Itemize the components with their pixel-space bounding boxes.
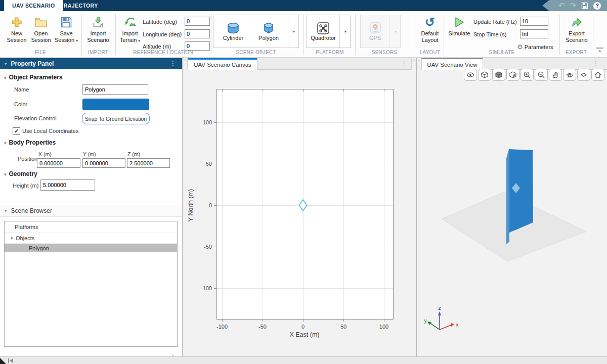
object-parameters-title: Object Parameters — [9, 74, 63, 81]
height-input[interactable] — [40, 179, 95, 191]
section-object-parameters[interactable]: ▾Object Parameters — [4, 74, 63, 81]
open-session-button[interactable]: Open Session — [29, 15, 53, 43]
new-session-label: New Session — [5, 30, 28, 43]
save-session-button[interactable]: Save Session ▾ — [53, 15, 80, 43]
group-label-export: EXPORT — [560, 50, 592, 55]
open-session-icon — [34, 15, 48, 29]
simulate-button[interactable]: Simulate — [447, 15, 471, 37]
chevron-down-icon: ▾ — [4, 75, 7, 80]
skip-to-start-icon[interactable] — [7, 358, 14, 363]
default-layout-label: Default Layout — [418, 30, 442, 43]
body-properties-title: Body Properties — [9, 139, 56, 146]
group-label-simulate: SIMULATE — [445, 50, 558, 55]
tree-item-platforms[interactable]: Platforms — [5, 221, 177, 233]
new-session-icon — [11, 15, 23, 29]
chevron-down-icon[interactable]: ▾ — [11, 236, 13, 241]
position-x-label: X (m) — [38, 151, 52, 157]
collapse-chevron-icon[interactable]: ▾ — [5, 61, 7, 66]
name-input[interactable] — [82, 84, 148, 95]
quadrotor-icon — [317, 22, 330, 35]
dropdown-arrow-icon: ▾ — [76, 38, 78, 43]
scene-browser-tree: Platforms ▾ Objects Polygon — [4, 221, 178, 347]
scene-object-gallery-dropdown[interactable]: ▾ — [288, 15, 299, 48]
canvas-panel: ≡ ≡ UAV Scenario Canvas ⋮ — [183, 58, 416, 356]
y-tick-labels: 100 50 0 -50 -100 — [201, 119, 212, 291]
scene-browser-header[interactable]: ▾ Scene Browser ⋮ — [0, 205, 182, 217]
cylinder-icon — [226, 22, 241, 35]
axis-z-label: z — [438, 305, 441, 311]
snap-to-ground-elevation-button[interactable]: Snap To Ground Elevation — [82, 113, 150, 124]
tab-trajectory-label: TRAJECTORY — [60, 3, 98, 9]
uav-scenario-designer-app: UAV SCENARIO TRAJECTORY ↶ ↷ ? New Sessio… — [0, 0, 607, 364]
tab-uav-scenario-canvas[interactable]: UAV Scenario Canvas — [188, 58, 257, 70]
export-scenario-icon — [570, 15, 583, 29]
scenario-3d-view[interactable]: z y x — [417, 70, 607, 356]
stop-time-input[interactable] — [520, 29, 548, 38]
scenario-canvas-plot[interactable]: -100 -50 0 50 100 100 50 0 -50 -100 X Ea… — [183, 70, 416, 356]
position-x-input[interactable] — [37, 158, 80, 168]
elevation-control-label: Elevation Control — [14, 115, 57, 121]
property-panel-header[interactable]: ▾ Property Panel ⋮ — [0, 58, 182, 69]
import-terrain-icon — [123, 15, 137, 29]
help-icon[interactable]: ? — [593, 2, 601, 10]
position-y-input[interactable] — [82, 158, 125, 168]
update-rate-input[interactable] — [520, 17, 548, 26]
group-divider — [304, 14, 304, 55]
axis-y-label: y — [424, 317, 427, 324]
svg-text:-50: -50 — [258, 324, 267, 330]
group-divider — [355, 14, 356, 55]
dropdown-arrow-icon: ▾ — [344, 29, 346, 34]
cylinder-label: Cylinder — [223, 35, 243, 41]
svg-text:50: 50 — [340, 324, 346, 330]
position-z-input[interactable] — [127, 158, 170, 168]
gps-label: GPS — [369, 35, 381, 41]
view3d-panel: ≡ UAV Scenario View ⋮ — [417, 58, 607, 356]
cylinder-button[interactable]: Cylinder — [216, 17, 250, 46]
polygon-button[interactable]: Polygon — [252, 17, 285, 46]
platform-gallery-dropdown[interactable]: ▾ — [339, 15, 351, 48]
tab-trajectory[interactable]: TRAJECTORY — [52, 0, 106, 11]
section-body-properties[interactable]: ▾Body Properties — [4, 139, 56, 146]
svg-text:50: 50 — [206, 161, 212, 167]
height-label: Height (m) — [13, 183, 38, 189]
gps-button-disabled[interactable]: GPS — [361, 17, 389, 46]
latitude-input[interactable] — [185, 17, 210, 26]
group-divider — [415, 14, 415, 55]
snap-to-ground-elevation-label: Snap To Ground Elevation — [85, 116, 147, 122]
collapse-chevron-icon[interactable]: ▾ — [5, 208, 7, 213]
tab-uav-scenario-view[interactable]: UAV Scenario View — [421, 58, 483, 70]
panel-menu-icon[interactable]: ⋮ — [170, 60, 176, 67]
quadrotor-button[interactable]: Quadrotor — [308, 17, 339, 46]
undo-icon[interactable]: ↶ — [558, 2, 565, 9]
collapse-ribbon-button[interactable]: ▲ — [596, 48, 603, 53]
section-geometry[interactable]: ▾Geometry — [4, 170, 37, 177]
import-scenario-button[interactable]: Import Scenario — [85, 15, 111, 43]
export-scenario-button[interactable]: Export Scenario — [562, 15, 591, 43]
axis-triad: z y x — [424, 305, 459, 330]
status-bar — [0, 356, 607, 364]
panel-collapse-handle[interactable]: ≡ — [411, 58, 416, 70]
color-swatch-button[interactable] — [82, 99, 149, 110]
panel-menu-icon[interactable]: ⋮ — [401, 60, 407, 67]
use-local-coordinates-checkbox[interactable]: ✓ — [13, 127, 20, 135]
geometry-title: Geometry — [9, 170, 37, 177]
axis-x-label: x — [456, 322, 459, 328]
save-icon[interactable] — [581, 2, 588, 9]
tree-item-objects[interactable]: ▾ Objects — [5, 233, 177, 244]
tree-item-polygon[interactable]: Polygon — [5, 244, 177, 252]
panel-menu-icon[interactable]: ⋮ — [593, 60, 599, 67]
name-label: Name — [14, 86, 29, 93]
default-layout-button[interactable]: ↺ Default Layout — [418, 15, 442, 43]
sensors-gallery-dropdown[interactable]: ▾ — [389, 15, 401, 48]
stop-time-label: Stop Time (s) — [473, 31, 506, 37]
new-session-button[interactable]: New Session — [5, 15, 28, 43]
redo-icon[interactable]: ↷ — [570, 2, 576, 9]
left-panel: ▾ Property Panel ⋮ ▾Object Parameters Na… — [0, 58, 182, 356]
polygon-front-face[interactable] — [509, 149, 533, 233]
save-session-icon — [60, 15, 72, 29]
panel-collapse-handle[interactable]: ≡ — [183, 58, 188, 70]
platform-gallery: Quadrotor ▾ — [307, 15, 351, 48]
import-terrain-button[interactable]: Import Terrain ▾ — [118, 15, 142, 43]
group-divider — [593, 14, 593, 55]
longitude-input[interactable] — [185, 29, 210, 38]
